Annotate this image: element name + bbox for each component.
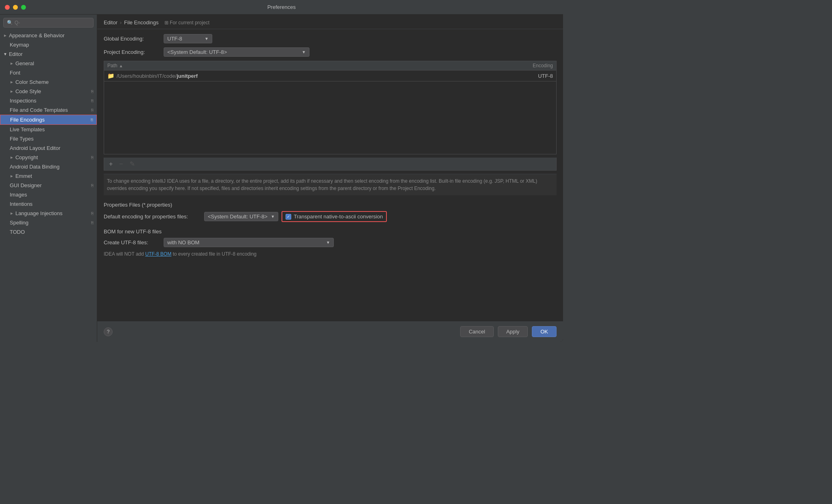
sidebar-item-file-types[interactable]: File Types bbox=[0, 134, 97, 143]
create-utf8-label: Create UTF-8 files: bbox=[104, 239, 160, 246]
footer-right: Cancel Apply OK bbox=[460, 326, 557, 337]
minimize-button[interactable] bbox=[13, 5, 18, 10]
sidebar-item-emmet[interactable]: ► Emmet bbox=[0, 171, 97, 181]
bom-note-prefix: IDEA will NOT add bbox=[104, 251, 145, 257]
sidebar-item-language-injections[interactable]: ► Language Injections ⎘ bbox=[0, 209, 97, 218]
ok-button[interactable]: OK bbox=[532, 326, 557, 337]
global-encoding-value: UTF-8 bbox=[167, 36, 182, 42]
sidebar-item-spelling[interactable]: Spelling ⎘ bbox=[0, 218, 97, 227]
expand-arrow: ▼ bbox=[3, 52, 7, 56]
sidebar-item-images[interactable]: Images bbox=[0, 190, 97, 199]
title-bar: Preferences bbox=[0, 0, 563, 15]
sidebar-item-label: File Types bbox=[10, 136, 34, 142]
sidebar-item-label: Keymap bbox=[10, 42, 29, 48]
footer-left: ? bbox=[104, 327, 113, 336]
maximize-button[interactable] bbox=[21, 5, 26, 10]
table-col-path[interactable]: Path ▲ bbox=[104, 61, 516, 70]
search-icon: 🔍 bbox=[7, 20, 13, 26]
copy-icon: ⎘ bbox=[91, 98, 94, 103]
expand-arrow: ► bbox=[3, 33, 7, 38]
sidebar-item-keymap[interactable]: Keymap bbox=[0, 40, 97, 49]
copy-icon: ⎘ bbox=[91, 220, 94, 225]
col-encoding-label: Encoding bbox=[533, 63, 553, 68]
global-encoding-row: Global Encoding: UTF-8 ▼ bbox=[104, 34, 557, 43]
global-encoding-dropdown[interactable]: UTF-8 ▼ bbox=[164, 34, 212, 43]
copy-icon: ⎘ bbox=[91, 108, 94, 112]
sidebar-item-label: Android Layout Editor bbox=[10, 145, 60, 151]
default-encoding-dropdown[interactable]: <System Default: UTF-8> ▼ bbox=[204, 212, 278, 221]
apply-button[interactable]: Apply bbox=[498, 326, 528, 337]
sidebar-item-intentions[interactable]: Intentions bbox=[0, 199, 97, 209]
sidebar-item-android-layout-editor[interactable]: Android Layout Editor bbox=[0, 143, 97, 153]
bom-section-title: BOM for new UTF-8 files bbox=[104, 229, 557, 235]
sidebar-item-live-templates[interactable]: Live Templates bbox=[0, 125, 97, 134]
help-button[interactable]: ? bbox=[104, 327, 113, 336]
expand-arrow: ► bbox=[10, 61, 14, 66]
sidebar-item-general[interactable]: ► General bbox=[0, 59, 97, 68]
col-path-label: Path bbox=[107, 63, 117, 68]
footer: ? Cancel Apply OK bbox=[97, 321, 563, 342]
project-encoding-dropdown[interactable]: <System Default: UTF-8> ▼ bbox=[164, 47, 309, 57]
search-box[interactable]: 🔍 bbox=[3, 18, 94, 28]
window-title: Preferences bbox=[267, 4, 296, 10]
expand-arrow: ► bbox=[10, 80, 14, 84]
default-encoding-label: Default encoding for properties files: bbox=[104, 214, 201, 220]
breadcrumb: Editor › File Encodings ⊞ For current pr… bbox=[97, 15, 563, 29]
sort-icon: ▲ bbox=[119, 64, 123, 68]
checkbox-check-icon: ✓ bbox=[286, 214, 291, 220]
info-text: To change encoding IntelliJ IDEA uses fo… bbox=[104, 174, 557, 195]
cancel-button[interactable]: Cancel bbox=[460, 326, 493, 337]
edit-entry-button[interactable]: ✎ bbox=[127, 159, 137, 169]
sidebar-item-label: Copyright bbox=[15, 154, 38, 160]
sidebar-item-gui-designer[interactable]: GUI Designer ⎘ bbox=[0, 181, 97, 190]
table-header: Path ▲ Encoding bbox=[104, 61, 556, 70]
sidebar-item-copyright[interactable]: ► Copyright ⎘ bbox=[0, 153, 97, 162]
remove-entry-button[interactable]: − bbox=[117, 159, 125, 169]
sidebar-item-android-data-binding[interactable]: Android Data Binding bbox=[0, 162, 97, 171]
table-col-encoding[interactable]: Encoding bbox=[516, 61, 556, 70]
sidebar-item-editor[interactable]: ▼ Editor bbox=[0, 49, 97, 59]
sidebar-item-color-scheme[interactable]: ► Color Scheme bbox=[0, 77, 97, 87]
sidebar-item-label: Live Templates bbox=[10, 126, 45, 132]
path-text: /Users/houbinbin/IT/code/junitperf bbox=[117, 73, 198, 79]
window-controls[interactable] bbox=[5, 5, 26, 10]
sidebar-item-label: Images bbox=[10, 192, 27, 198]
row-path: 📁 /Users/houbinbin/IT/code/junitperf bbox=[107, 73, 512, 79]
create-utf8-dropdown[interactable]: with NO BOM ▼ bbox=[164, 238, 334, 247]
copy-icon: ⎘ bbox=[91, 117, 93, 122]
sidebar-item-label: GUI Designer bbox=[10, 182, 42, 188]
breadcrumb-current: File Encodings bbox=[124, 19, 158, 26]
search-input[interactable] bbox=[15, 20, 90, 26]
properties-section-title: Properties Files (*.properties) bbox=[104, 202, 557, 208]
table-empty-area bbox=[104, 81, 556, 154]
expand-arrow: ► bbox=[10, 89, 14, 94]
sidebar-item-label: Android Data Binding bbox=[10, 164, 60, 170]
sidebar-item-file-encodings[interactable]: File Encodings ⎘ bbox=[0, 115, 97, 125]
content-body: Global Encoding: UTF-8 ▼ Project Encodin… bbox=[97, 29, 563, 321]
folder-icon: 📁 bbox=[107, 73, 114, 79]
sidebar-item-appearance[interactable]: ► Appearance & Behavior bbox=[0, 31, 97, 40]
sidebar-item-todo[interactable]: TODO bbox=[0, 227, 97, 237]
sidebar-item-label: File and Code Templates bbox=[10, 107, 68, 113]
project-encoding-value: <System Default: UTF-8> bbox=[167, 49, 227, 55]
breadcrumb-parent[interactable]: Editor bbox=[104, 19, 117, 26]
table-row[interactable]: 📁 /Users/houbinbin/IT/code/junitperf UTF… bbox=[104, 70, 556, 81]
close-button[interactable] bbox=[5, 5, 10, 10]
properties-section: Properties Files (*.properties) Default … bbox=[104, 202, 557, 222]
sidebar-item-file-code-templates[interactable]: File and Code Templates ⎘ bbox=[0, 105, 97, 115]
transparent-conversion-checkbox[interactable]: ✓ Transparent native-to-ascii conversion bbox=[282, 211, 387, 222]
expand-arrow: ► bbox=[10, 174, 14, 178]
bom-note-link[interactable]: UTF-8 BOM bbox=[145, 251, 171, 257]
sidebar-item-inspections[interactable]: Inspections ⎘ bbox=[0, 96, 97, 105]
add-entry-button[interactable]: + bbox=[107, 159, 115, 169]
dropdown-arrow-icon: ▼ bbox=[205, 36, 209, 41]
sidebar-item-code-style[interactable]: ► Code Style ⎘ bbox=[0, 87, 97, 96]
breadcrumb-note: ⊞ For current project bbox=[164, 20, 209, 26]
copy-icon: ⎘ bbox=[91, 89, 94, 94]
bom-note: IDEA will NOT add UTF-8 BOM to every cre… bbox=[104, 251, 557, 257]
copy-icon: ⎘ bbox=[91, 183, 94, 188]
table-toolbar: + − ✎ bbox=[104, 158, 557, 171]
create-utf8-value: with NO BOM bbox=[167, 239, 199, 246]
expand-arrow: ► bbox=[10, 155, 14, 160]
sidebar-item-font[interactable]: Font bbox=[0, 68, 97, 77]
